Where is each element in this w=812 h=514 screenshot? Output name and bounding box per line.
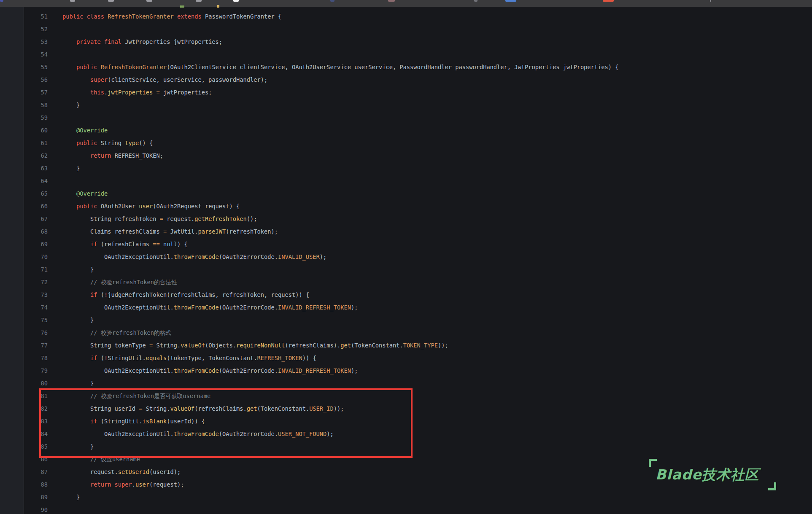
code-token: (OAuth2ErrorCode. [219, 304, 278, 311]
window-icon-fragment[interactable] [233, 0, 239, 2]
code-line[interactable]: 61 public String type() { [24, 137, 812, 149]
code-line[interactable]: 66 public OAuth2User user(OAuth2Request … [24, 200, 812, 213]
code-line[interactable]: 72 // 校验refreshToken的合法性 [24, 276, 812, 288]
window-icon-fragment[interactable] [196, 0, 202, 2]
code-line[interactable]: 74 OAuth2ExceptionUtil.throwFromCode(OAu… [24, 301, 812, 314]
code-line[interactable]: 78 if (!StringUtil.equals(tokenType, Tok… [24, 352, 812, 364]
code-line[interactable]: 52 [24, 23, 812, 35]
code-text: return super.user(request); [62, 478, 184, 491]
code-line[interactable]: 55 public RefreshTokenGranter(OAuth2Clie… [24, 61, 812, 73]
code-line[interactable]: 71 } [24, 263, 812, 276]
window-icon-fragment[interactable] [388, 0, 395, 2]
code-line[interactable]: 75 } [24, 314, 812, 326]
window-icon-fragment[interactable] [330, 0, 335, 2]
code-token: String refreshToken [62, 215, 160, 222]
window-icon-fragment[interactable] [146, 0, 152, 2]
code-text: OAuth2ExceptionUtil.throwFromCode(OAuth2… [62, 301, 358, 314]
code-token: extends [177, 13, 202, 20]
code-text: } [62, 377, 94, 390]
code-line[interactable]: 57 this.jwtProperties = jwtProperties; [24, 86, 812, 99]
line-number: 65 [24, 187, 48, 200]
code-token: this [90, 89, 104, 96]
code-text: @Override [62, 124, 108, 137]
code-token: . [132, 481, 135, 488]
code-line[interactable]: 68 Claims refreshClaims = JwtUtil.parseJ… [24, 225, 812, 238]
window-icon-fragment[interactable] [0, 0, 3, 2]
code-line[interactable]: 80 } [24, 377, 812, 390]
line-number: 79 [24, 364, 48, 377]
window-icon-fragment[interactable] [603, 0, 614, 2]
code-token [62, 329, 90, 336]
code-line[interactable]: 90 [24, 503, 812, 514]
code-token: return super [90, 481, 132, 488]
code-line[interactable]: 73 if (!judgeRefreshToken(refreshClaims,… [24, 288, 812, 301]
code-line[interactable]: 58 } [24, 99, 812, 111]
code-line[interactable]: 53 private final JwtProperties jwtProper… [24, 35, 812, 48]
code-line[interactable]: 79 OAuth2ExceptionUtil.throwFromCode(OAu… [24, 364, 812, 377]
code-line[interactable]: 60 @Override [24, 124, 812, 137]
code-text: if (refreshClaims == null) { [62, 238, 188, 250]
code-token [97, 64, 100, 70]
window-icon-fragment[interactable] [108, 0, 114, 2]
code-token: throwFromCode [174, 367, 219, 374]
code-text: Claims refreshClaims = JwtUtil.parseJWT(… [62, 225, 278, 238]
code-line[interactable]: 56 super(clientService, userService, pas… [24, 73, 812, 86]
code-line[interactable]: 63 } [24, 162, 812, 175]
code-token: INVALID_REFRESH_TOKEN [278, 367, 351, 374]
line-number: 87 [24, 466, 48, 478]
code-line[interactable]: 89 } [24, 491, 812, 503]
code-token [62, 152, 90, 159]
code-text: request.setUserId(userId); [62, 466, 181, 478]
code-token: ( [97, 355, 104, 361]
window-icon-fragment[interactable] [505, 0, 516, 2]
code-token: null [163, 241, 177, 248]
line-number: 52 [24, 23, 48, 35]
code-token: } [62, 317, 94, 323]
code-token [62, 279, 90, 285]
code-token: @Override [76, 127, 108, 134]
code-token: // 校验refreshToken的合法性 [90, 279, 177, 285]
line-number: 58 [24, 99, 48, 111]
code-line[interactable]: 64 [24, 175, 812, 187]
code-token: if [90, 241, 97, 248]
watermark-text: Blade技术社区 [656, 466, 759, 484]
window-icon-fragment[interactable] [710, 0, 711, 2]
code-line[interactable]: 62 return REFRESH_TOKEN; [24, 149, 812, 162]
code-line[interactable]: 65 @Override [24, 187, 812, 200]
code-token [62, 127, 76, 134]
code-token: valueOf [181, 342, 205, 349]
code-line[interactable]: 76 // 校验refreshToken的格式 [24, 326, 812, 339]
code-line[interactable]: 51public class RefreshTokenGranter exten… [24, 10, 812, 23]
code-token: . [104, 89, 108, 96]
window-icon-fragment[interactable] [474, 0, 477, 2]
code-token: OAuth2ExceptionUtil. [62, 253, 174, 260]
code-token [62, 89, 90, 96]
line-number: 74 [24, 301, 48, 314]
line-number: 80 [24, 377, 48, 390]
clipped-code-fragment [217, 5, 219, 8]
code-token: throwFromCode [174, 253, 219, 260]
line-number: 53 [24, 35, 48, 48]
code-token: request. [163, 215, 194, 222]
code-line[interactable]: 77 String tokenType = String.valueOf(Obj… [24, 339, 812, 352]
code-line[interactable]: 59 [24, 111, 812, 124]
code-line[interactable]: 67 String refreshToken = request.getRefr… [24, 213, 812, 225]
line-number: 71 [24, 263, 48, 276]
line-number: 72 [24, 276, 48, 288]
code-token: user [135, 481, 149, 488]
code-token: (OAuth2ErrorCode. [219, 253, 278, 260]
line-number: 69 [24, 238, 48, 250]
code-line[interactable]: 70 OAuth2ExceptionUtil.throwFromCode(OAu… [24, 250, 812, 263]
code-token [62, 190, 76, 197]
code-line[interactable]: 69 if (refreshClaims == null) { [24, 238, 812, 250]
code-text: } [62, 314, 94, 326]
code-line[interactable]: 54 [24, 48, 812, 61]
code-text: private final JwtProperties jwtPropertie… [62, 35, 222, 48]
code-token: get [340, 342, 351, 349]
line-number: 77 [24, 339, 48, 352]
code-text: // 校验refreshToken的合法性 [62, 276, 177, 288]
code-text: if (!StringUtil.equals(tokenType, TokenC… [62, 352, 316, 364]
window-icon-fragment[interactable] [70, 0, 75, 2]
code-token: user [139, 203, 153, 210]
line-number: 78 [24, 352, 48, 364]
